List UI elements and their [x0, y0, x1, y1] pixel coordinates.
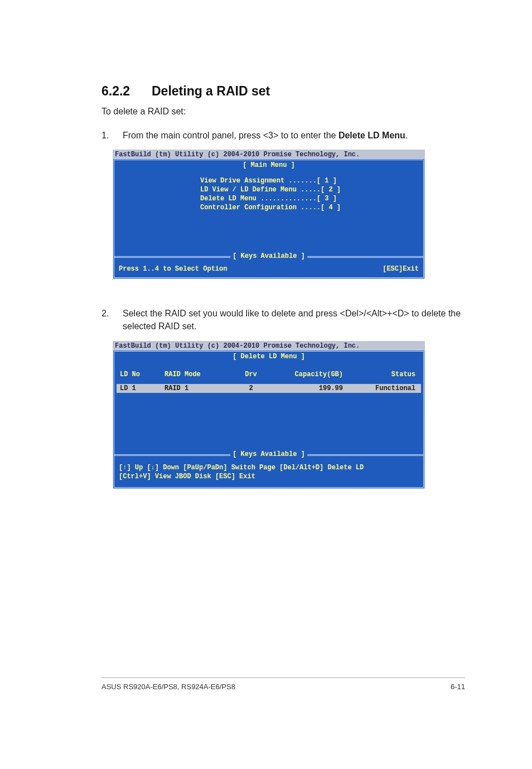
- step-ordinal: 2.: [101, 307, 123, 333]
- cell-ldno: LD 1: [120, 384, 165, 392]
- cell-drv: 2: [226, 384, 276, 392]
- intro-text: To delete a RAID set:: [101, 107, 465, 117]
- step-text: From the main control panel, press <3> t…: [123, 129, 465, 142]
- section-number: 6.2.2: [101, 84, 152, 99]
- col-raidmode: RAID Mode: [165, 371, 226, 378]
- col-ldno: LD No: [120, 371, 165, 378]
- bios-foot-right: [ESC]Exit: [383, 265, 419, 273]
- bios-delete-ld-menu: FastBuild (tm) Utility (c) 2004-2010 Pro…: [113, 341, 425, 489]
- step-2: 2. Select the RAID set you would like to…: [101, 307, 465, 333]
- bios-foot-left: Press 1..4 to Select Option: [119, 265, 227, 273]
- section-title: Deleting a RAID set: [152, 84, 270, 98]
- bios-menu-item[interactable]: Controller Configuration .....[ 4 ]: [200, 204, 421, 212]
- table-row[interactable]: LD 1 RAID 1 2 199.99 Functional: [117, 384, 421, 393]
- step-1: 1. From the main control panel, press <3…: [101, 129, 465, 142]
- footer-page: 6-11: [451, 683, 465, 691]
- bios-title: [ Delete LD Menu ]: [117, 353, 421, 361]
- bios-menu-list: View Drive Assignment .......[ 1 ] LD Vi…: [117, 177, 421, 212]
- bios-main-menu: FastBuild (tm) Utility (c) 2004-2010 Pro…: [113, 150, 425, 279]
- bios-menu-item[interactable]: LD View / LD Define Menu .....[ 2 ]: [200, 186, 421, 194]
- bios-menu-item[interactable]: View Drive Assignment .......[ 1 ]: [200, 177, 421, 185]
- bios-header: FastBuild (tm) Utility (c) 2004-2010 Pro…: [113, 341, 425, 350]
- bios-key-help: [↑] Up [↓] Down [PaUp/PaDn] Switch Page …: [117, 462, 421, 486]
- col-status: Status: [343, 371, 418, 378]
- bios-header: FastBuild (tm) Utility (c) 2004-2010 Pro…: [113, 150, 425, 158]
- page-footer: ASUS RS920A-E6/PS8, RS924A-E6/PS8 6-11: [101, 677, 465, 691]
- table-header-row: LD No RAID Mode Drv Capacity(GB) Status: [120, 371, 418, 378]
- footer-model: ASUS RS920A-E6/PS8, RS924A-E6/PS8: [101, 683, 235, 691]
- bios-menu-item[interactable]: Delete LD Menu ..............[ 3 ]: [200, 195, 421, 203]
- cell-raidmode: RAID 1: [165, 384, 226, 392]
- bios-table: LD No RAID Mode Drv Capacity(GB) Status …: [117, 368, 421, 454]
- cell-capacity: 199.99: [276, 384, 343, 392]
- col-capacity: Capacity(GB): [276, 371, 343, 378]
- step-text: Select the RAID set you would like to de…: [123, 307, 465, 333]
- bios-title: [ Main Menu ]: [117, 161, 421, 169]
- col-drv: Drv: [226, 371, 276, 378]
- section-heading: 6.2.2Deleting a RAID set: [101, 84, 465, 99]
- cell-status: Functional: [343, 384, 418, 392]
- bios-separator: [ Keys Available ]: [114, 454, 423, 462]
- bios-separator: [ Keys Available ]: [114, 256, 423, 264]
- step-ordinal: 1.: [101, 129, 123, 142]
